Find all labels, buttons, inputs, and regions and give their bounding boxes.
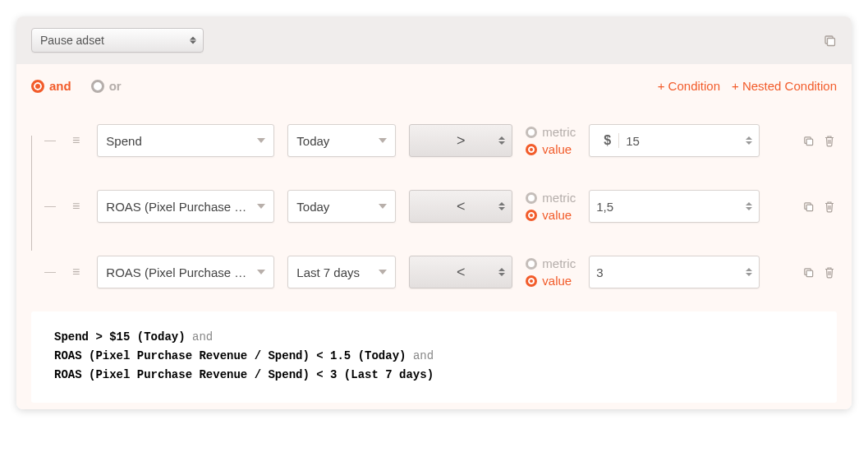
row-connector (31, 141, 56, 141)
row-actions (801, 133, 837, 148)
svg-rect-1 (828, 39, 835, 46)
time-range-select[interactable]: Today (287, 124, 396, 157)
condition-row: ≡ Spend Today > metric (31, 116, 837, 182)
compare-metric-radio[interactable]: metric (526, 191, 576, 205)
drag-handle-icon[interactable]: ≡ (69, 200, 84, 213)
operator-select[interactable]: < (409, 190, 512, 223)
radio-off-icon (91, 80, 104, 93)
radio-on-icon (526, 144, 537, 155)
compare-type-group: metric value (526, 125, 576, 156)
time-range-value: Today (296, 134, 344, 148)
compare-value-label: value (542, 142, 572, 156)
value-input[interactable]: 1,5 (589, 190, 760, 223)
time-range-select[interactable]: Today (287, 190, 396, 223)
value-input[interactable]: $ 15 (589, 124, 760, 157)
compare-type-group: metric value (526, 256, 576, 288)
delete-row-icon[interactable] (822, 199, 837, 214)
compare-metric-radio[interactable]: metric (526, 256, 576, 270)
metric-select-value: ROAS (Pixel Purchase Revenue / Spend) (106, 200, 265, 214)
metric-select-value: ROAS (Pixel Purchase Revenue / Spend) (106, 265, 265, 279)
compare-metric-label: metric (542, 256, 576, 270)
operator-select[interactable]: < (409, 256, 512, 288)
row-connector (31, 272, 56, 273)
drag-handle-icon[interactable]: ≡ (69, 265, 84, 279)
duplicate-row-icon[interactable] (801, 133, 815, 148)
summary-line: Spend > $15 (Today) and (54, 328, 814, 347)
summary-line: ROAS (Pixel Purchase Revenue / Spend) < … (54, 366, 814, 385)
radio-off-icon (526, 127, 537, 138)
delete-row-icon[interactable] (822, 265, 837, 279)
metric-select[interactable]: Spend (97, 124, 274, 157)
header-bar: Pause adset (16, 16, 852, 64)
value-text: 3 (596, 265, 746, 279)
logic-and-radio[interactable]: and (31, 79, 71, 93)
metric-select[interactable]: ROAS (Pixel Purchase Revenue / Spend) (97, 256, 274, 288)
delete-row-icon[interactable] (822, 133, 837, 148)
logic-or-radio[interactable]: or (91, 79, 122, 93)
svg-rect-5 (806, 205, 813, 211)
compare-value-radio[interactable]: value (526, 208, 576, 222)
compare-value-label: value (542, 274, 572, 288)
summary-text: ROAS (Pixel Purchase Revenue / Spend) < … (54, 368, 434, 381)
summary-connector: and (186, 330, 214, 344)
caret-down-icon (379, 204, 387, 209)
operator-value: < (457, 198, 466, 215)
action-select-value: Pause adset (40, 34, 104, 47)
drag-handle-icon[interactable]: ≡ (69, 134, 84, 147)
duplicate-row-icon[interactable] (801, 199, 815, 214)
condition-row: ≡ ROAS (Pixel Purchase Revenue / Spend) … (31, 247, 837, 303)
duplicate-rule-icon[interactable] (822, 33, 837, 48)
radio-on-icon (31, 80, 44, 93)
radio-on-icon (526, 275, 537, 287)
summary-text: ROAS (Pixel Purchase Revenue / Spend) < … (54, 349, 406, 362)
rule-summary: Spend > $15 (Today) and ROAS (Pixel Purc… (31, 311, 837, 403)
action-select[interactable]: Pause adset (31, 28, 204, 53)
radio-off-icon (526, 192, 537, 204)
value-text: 15 (626, 134, 746, 148)
time-range-select[interactable]: Last 7 days (287, 256, 396, 288)
compare-value-radio[interactable]: value (526, 274, 576, 288)
svg-rect-7 (806, 270, 813, 277)
time-range-value: Last 7 days (296, 265, 374, 279)
compare-metric-label: metric (542, 125, 576, 139)
metric-select[interactable]: ROAS (Pixel Purchase Revenue / Spend) (97, 190, 274, 223)
compare-value-label: value (542, 208, 572, 222)
stepper-icon[interactable] (746, 202, 752, 210)
value-text: 1,5 (596, 200, 746, 214)
summary-line: ROAS (Pixel Purchase Revenue / Spend) < … (54, 347, 814, 366)
compare-metric-label: metric (542, 191, 576, 205)
operator-value: > (457, 132, 466, 150)
time-range-value: Today (296, 200, 344, 214)
logic-radio-group: and or (31, 79, 122, 93)
svg-rect-3 (806, 139, 813, 145)
stepper-icon[interactable] (746, 268, 752, 276)
compare-value-radio[interactable]: value (526, 142, 576, 156)
add-nested-condition-link[interactable]: + Nested Condition (732, 79, 837, 93)
conditions-top-row: and or + Condition + Nested Condition (31, 79, 837, 93)
compare-metric-radio[interactable]: metric (526, 125, 576, 139)
select-arrows-icon (498, 202, 505, 210)
metric-select-value: Spend (106, 134, 156, 148)
duplicate-row-icon[interactable] (801, 265, 815, 279)
add-condition-link[interactable]: + Condition (658, 79, 720, 93)
value-input[interactable]: 3 (589, 256, 760, 288)
radio-off-icon (526, 258, 537, 270)
add-links: + Condition + Nested Condition (658, 79, 837, 93)
summary-text: Spend > $15 (Today) (54, 330, 186, 344)
conditions-list: ≡ Spend Today > metric (31, 116, 837, 303)
value-prefix: $ (596, 133, 619, 148)
caret-down-icon (379, 138, 387, 143)
conditions-area: and or + Condition + Nested Condition ≡ … (16, 64, 852, 409)
caret-down-icon (257, 270, 265, 275)
operator-select[interactable]: > (409, 124, 512, 157)
operator-value: < (457, 264, 466, 281)
logic-or-label: or (109, 79, 122, 93)
radio-on-icon (526, 210, 537, 221)
summary-connector: and (406, 349, 434, 362)
compare-type-group: metric value (526, 191, 576, 222)
caret-down-icon (257, 204, 265, 209)
caret-down-icon (257, 138, 265, 143)
stepper-icon[interactable] (746, 136, 752, 145)
row-actions (801, 265, 837, 279)
rule-builder-card: Pause adset and or + Condition (16, 16, 852, 409)
